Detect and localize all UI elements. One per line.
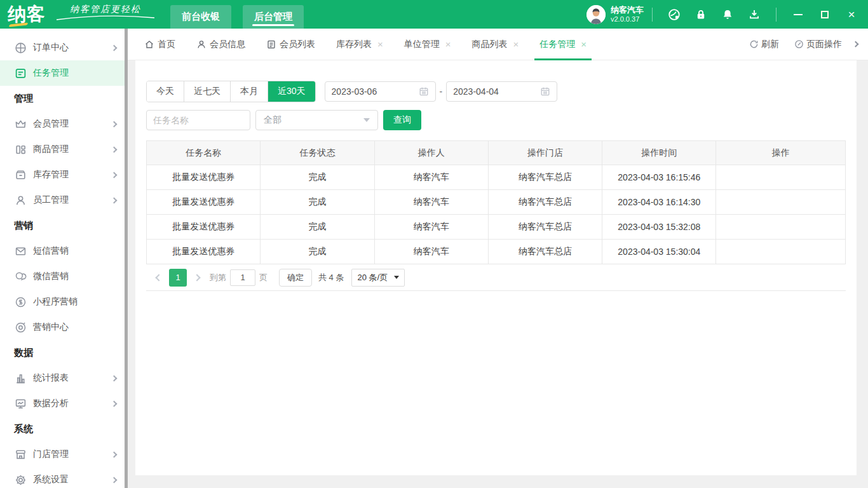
tab-member-info[interactable]: 会员信息 [196, 29, 245, 60]
sidebar-item-statistics-report[interactable]: 统计报表 [0, 365, 128, 391]
store-front-icon [14, 448, 27, 461]
close-button[interactable]: × [846, 10, 857, 20]
task-name-field[interactable] [146, 110, 250, 130]
date-to-input[interactable] [453, 86, 540, 97]
nav-tab-back-office[interactable]: 后台管理 [243, 5, 304, 29]
refresh-button[interactable]: 刷新 [749, 39, 779, 50]
tab-home[interactable]: 首页 [144, 29, 175, 60]
next-page-button[interactable] [193, 274, 200, 281]
sidebar-item-label: 员工管理 [33, 194, 69, 206]
cell-store: 纳客汽车总店 [488, 240, 602, 264]
sidebar-item-label: 商品管理 [33, 144, 69, 155]
task-list-icon [14, 67, 27, 79]
cell-actions [716, 215, 846, 240]
goto-page-input[interactable] [230, 269, 255, 286]
sidebar-item-data-analysis[interactable]: 数据分析 [0, 391, 128, 416]
chevron-right-icon [111, 197, 118, 203]
tab-goods-list[interactable]: 商品列表 × [472, 29, 519, 60]
calendar-icon [540, 86, 550, 97]
chevron-right-icon[interactable] [853, 41, 859, 48]
task-name-input[interactable] [153, 115, 243, 125]
minimize-button[interactable] [793, 10, 803, 20]
goods-boxes-icon [14, 143, 27, 156]
date-to-field[interactable] [446, 81, 557, 102]
refresh-label: 刷新 [761, 39, 779, 50]
date-from-input[interactable] [332, 86, 419, 97]
confirm-page-button[interactable]: 确定 [279, 269, 312, 287]
sidebar-item-system-settings[interactable]: 系统设置 [0, 467, 128, 488]
slogan-wrap: 纳客管店更轻松 [55, 0, 156, 29]
member-crown-icon [14, 118, 27, 130]
customer-service-icon[interactable] [668, 8, 681, 21]
status-select[interactable]: 全部 [255, 110, 378, 130]
page-size-value: 20 条/页 [357, 272, 388, 283]
header-divider [776, 8, 776, 22]
task-panel: 今天 近七天 本月 近30天 - [135, 60, 857, 475]
current-page-button[interactable]: 1 [169, 269, 187, 287]
cell-store: 纳客汽车总店 [488, 215, 602, 240]
sidebar-item-label: 库存管理 [33, 169, 69, 180]
chevron-right-icon [111, 172, 118, 178]
range-this-month-button[interactable]: 本月 [231, 81, 268, 102]
page-actions-button[interactable]: 页面操作 [794, 39, 842, 50]
data-analysis-monitor-icon [14, 397, 27, 410]
sidebar-item-sms-marketing[interactable]: 短信营销 [0, 238, 128, 264]
sidebar-item-order-center[interactable]: 订单中心 [0, 35, 128, 60]
prev-page-button[interactable] [155, 274, 162, 281]
sidebar-item-label: 会员管理 [33, 118, 69, 130]
task-table: 任务名称 任务状态 操作人 操作门店 操作时间 操作 批量发送优惠券 完成 纳客 [146, 140, 846, 264]
download-icon[interactable] [748, 8, 761, 21]
settings-gear-icon [14, 473, 27, 486]
cell-task-name: 批量发送优惠券 [147, 215, 261, 240]
range-last30days-button[interactable]: 近30天 [268, 81, 315, 102]
cell-operator: 纳客汽车 [374, 240, 488, 264]
tab-unit-management[interactable]: 单位管理 × [404, 29, 451, 60]
cell-operator: 纳客汽车 [374, 215, 488, 240]
avatar[interactable] [587, 5, 606, 24]
cell-store: 纳客汽车总店 [488, 165, 602, 190]
tab-label: 会员列表 [280, 39, 315, 50]
range-today-button[interactable]: 今天 [147, 81, 184, 102]
sidebar-item-member-management[interactable]: 会员管理 [0, 111, 128, 137]
cell-actions [716, 165, 846, 190]
sidebar-item-wechat-marketing[interactable]: 微信营销 [0, 264, 128, 289]
table-row: 批量发送优惠券 完成 纳客汽车 纳客汽车总店 2023-04-03 16:14:… [147, 190, 846, 215]
sidebar-item-goods-management[interactable]: 商品管理 [0, 137, 128, 162]
sms-envelope-icon [14, 245, 27, 257]
nav-tab-front-cashier[interactable]: 前台收银 [170, 5, 231, 29]
sidebar-item-inventory-management[interactable]: 库存管理 [0, 162, 128, 187]
range-last7days-button[interactable]: 近七天 [184, 81, 231, 102]
tab-close-icon[interactable]: × [513, 39, 519, 49]
total-count-label: 共 4 条 [318, 272, 344, 283]
tab-close-icon[interactable]: × [581, 39, 587, 49]
tab-member-list[interactable]: 会员列表 [266, 29, 315, 60]
page-size-select[interactable]: 20 条/页 [351, 269, 405, 287]
page-actions-label: 页面操作 [806, 39, 842, 50]
tab-task-management[interactable]: 任务管理 × [539, 29, 587, 60]
chevron-right-icon [111, 44, 118, 51]
sidebar-item-miniprogram-marketing[interactable]: 小程序营销 [0, 289, 128, 315]
sidebar-item-store-management[interactable]: 门店管理 [0, 442, 128, 467]
tab-close-icon[interactable]: × [445, 39, 451, 49]
sidebar-item-task-management[interactable]: 任务管理 [0, 60, 128, 86]
tab-inventory-list[interactable]: 库存列表 × [336, 29, 383, 60]
chevron-right-icon [111, 121, 118, 127]
calendar-icon [419, 86, 429, 97]
sidebar-scrollbar[interactable] [125, 29, 128, 488]
lock-icon[interactable] [695, 8, 707, 21]
sidebar-item-marketing-center[interactable]: 营销中心 [0, 315, 128, 340]
search-button[interactable]: 查询 [383, 110, 421, 130]
inventory-box-icon [14, 168, 27, 181]
sidebar-section-system: 系统 [0, 416, 128, 442]
tab-close-icon[interactable]: × [377, 39, 383, 49]
goto-prefix-label: 到第 [210, 272, 226, 283]
cell-task-status: 完成 [261, 190, 374, 215]
chevron-right-icon [111, 451, 118, 458]
cell-operator: 纳客汽车 [374, 165, 488, 190]
maximize-button[interactable] [820, 10, 830, 20]
sidebar-item-staff-management[interactable]: 员工管理 [0, 187, 128, 213]
notification-bell-icon[interactable] [721, 8, 734, 21]
date-from-field[interactable] [325, 81, 436, 102]
chevron-right-icon [111, 477, 118, 483]
cell-operate-time: 2023-04-03 16:14:30 [602, 190, 716, 215]
